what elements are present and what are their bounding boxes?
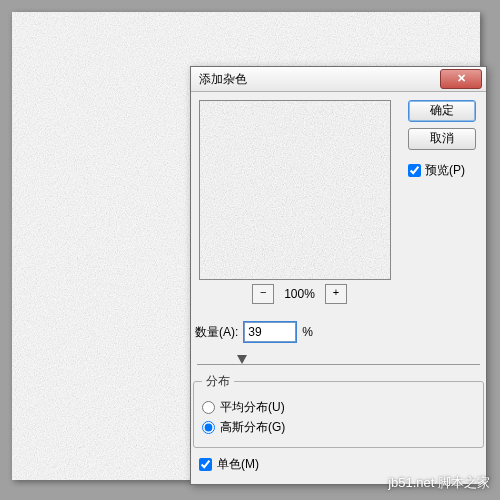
dialog-titlebar[interactable]: 添加杂色 ✕ — [191, 67, 486, 92]
svg-rect-1 — [200, 101, 390, 279]
preview-panel[interactable] — [199, 100, 391, 280]
gaussian-radio-row[interactable]: 高斯分布(G) — [202, 419, 475, 436]
watermark: jb51.net 脚本之家 — [388, 474, 490, 492]
ok-button[interactable]: 确定 — [408, 100, 476, 122]
preview-noise — [200, 101, 390, 279]
preview-checkbox-label: 预览(P) — [425, 162, 465, 179]
uniform-radio-row[interactable]: 平均分布(U) — [202, 399, 475, 416]
amount-slider[interactable] — [197, 346, 480, 365]
zoom-in-button[interactable]: + — [325, 284, 347, 304]
preview-checkbox-row[interactable]: 预览(P) — [408, 162, 465, 179]
dialog-title: 添加杂色 — [199, 71, 247, 88]
monochrome-checkbox[interactable] — [199, 458, 212, 471]
gaussian-label: 高斯分布(G) — [220, 419, 285, 436]
gaussian-radio[interactable] — [202, 421, 215, 434]
zoom-out-button[interactable]: − — [252, 284, 274, 304]
monochrome-label: 单色(M) — [217, 456, 259, 473]
uniform-radio[interactable] — [202, 401, 215, 414]
uniform-label: 平均分布(U) — [220, 399, 285, 416]
distribution-group: 分布 平均分布(U) 高斯分布(G) — [193, 373, 484, 448]
amount-unit: % — [302, 325, 313, 339]
cancel-button[interactable]: 取消 — [408, 128, 476, 150]
preview-checkbox[interactable] — [408, 164, 421, 177]
minus-icon: − — [260, 286, 266, 298]
slider-thumb[interactable] — [237, 355, 247, 364]
distribution-legend: 分布 — [202, 373, 234, 390]
add-noise-dialog: 添加杂色 ✕ − 100% + 确定 取消 — [190, 66, 487, 485]
zoom-level: 100% — [284, 287, 315, 301]
amount-input[interactable] — [244, 322, 296, 342]
close-button[interactable]: ✕ — [440, 69, 482, 89]
amount-label: 数量(A): — [195, 324, 238, 341]
close-icon: ✕ — [457, 72, 466, 84]
plus-icon: + — [333, 286, 339, 298]
